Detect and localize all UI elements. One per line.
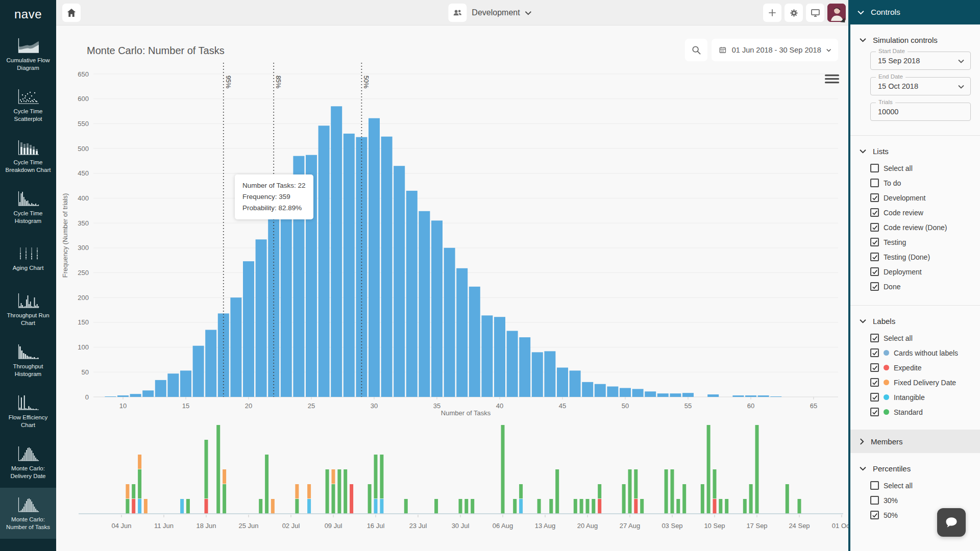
chart-menu-icon[interactable] (825, 82, 839, 83)
checkbox[interactable] (870, 393, 879, 402)
checkbox-row-standard[interactable]: Standard (870, 408, 980, 416)
sidebar-item-cycle-time-histogram[interactable]: Cycle Time Histogram (0, 182, 56, 233)
checkbox[interactable] (870, 179, 879, 187)
controls-panel-header[interactable]: Controls (848, 0, 980, 24)
sidebar-item-flow-efficiency-chart[interactable]: Flow Efficiency Chart (0, 386, 56, 437)
svg-text:50: 50 (622, 402, 629, 410)
calendar-icon (719, 44, 727, 56)
checkbox[interactable] (870, 164, 879, 172)
section-simulation-controls[interactable]: Simulation controls (850, 36, 980, 44)
chart-menu-icon[interactable] (825, 74, 839, 76)
section-labels[interactable]: Labels (850, 317, 980, 325)
checkbox-label: Code review (Done) (884, 223, 947, 232)
settings-button[interactable] (785, 4, 803, 22)
checkbox-row-expedite[interactable]: Expedite (870, 363, 980, 372)
check-icon (872, 409, 878, 415)
section-title: Simulation controls (873, 36, 938, 44)
checkbox-row-select-all[interactable]: Select all (870, 164, 980, 172)
checkbox[interactable] (870, 348, 879, 357)
label-color-dot (884, 365, 889, 370)
section-title: Lists (873, 147, 889, 156)
sidebar-item-cycle-time-scatterplot[interactable]: Cycle Time Scatterplot (0, 80, 56, 131)
svg-text:30 Jul: 30 Jul (452, 522, 470, 530)
checkbox[interactable] (870, 481, 879, 490)
svg-text:02 Jul: 02 Jul (282, 522, 300, 530)
checkbox[interactable] (870, 193, 879, 202)
check-icon (872, 394, 878, 400)
checkbox[interactable] (870, 253, 879, 261)
svg-text:150: 150 (78, 318, 89, 326)
sidebar-item-aging-chart[interactable]: Aging Chart (0, 233, 56, 284)
checkbox-row-done[interactable]: Done (870, 282, 980, 291)
check-icon (872, 284, 878, 290)
checkbox-row-to-do[interactable]: To do (870, 179, 980, 187)
sidebar-item-cumulative-flow-diagram[interactable]: Cumulative Flow Diagram (0, 29, 56, 80)
field-value: 15 Sep 2018 (878, 57, 920, 65)
checkbox[interactable] (870, 208, 879, 217)
home-button[interactable] (62, 4, 81, 22)
checkbox-row-development[interactable]: Development (870, 193, 980, 202)
nave-logo: nave (0, 0, 56, 29)
checkbox[interactable] (870, 282, 879, 291)
chat-button[interactable] (937, 508, 966, 537)
svg-text:65: 65 (810, 402, 817, 410)
date-range-label: 01 Jun 2018 - 30 Sep 2018 (732, 46, 821, 54)
chart-menu-icon[interactable] (825, 78, 839, 80)
checkbox-label: Done (884, 283, 900, 291)
sidebar-item-cycle-time-breakdown-chart[interactable]: Cycle Time Breakdown Chart (0, 131, 56, 182)
sidebar-item-throughput-histogram[interactable]: Throughput Histogram (0, 335, 56, 386)
checkbox-row-fixed-delivery-date[interactable]: Fixed Delivery Date (870, 378, 980, 387)
checkbox-row-testing-done[interactable]: Testing (Done) (870, 253, 980, 261)
display-button[interactable] (806, 4, 824, 22)
checkbox[interactable] (870, 496, 879, 505)
field-label: Start Date (876, 48, 908, 54)
sidebar-item-monte-carlo-delivery-date[interactable]: Monte Carlo: Delivery Date (0, 437, 56, 488)
checkbox[interactable] (870, 334, 879, 342)
board-switcher[interactable]: Development (448, 4, 531, 22)
svg-text:35: 35 (433, 402, 440, 410)
checkbox[interactable] (870, 238, 879, 246)
checkbox-label: Testing (884, 238, 906, 246)
checkbox-row-30[interactable]: 30% (870, 496, 980, 505)
checkbox[interactable] (870, 223, 879, 232)
add-button[interactable] (763, 4, 781, 22)
search-button[interactable] (685, 39, 707, 61)
team-icon (448, 4, 467, 22)
checkbox-row-intangible[interactable]: Intangible (870, 393, 980, 402)
chart-type-sidebar: nave Cumulative Flow DiagramCycle Time S… (0, 0, 56, 551)
checkbox-row-cards-without-labels[interactable]: Cards without labels (870, 348, 980, 357)
user-avatar[interactable] (827, 4, 846, 22)
checkbox[interactable] (870, 363, 879, 372)
checkbox-row-select-all[interactable]: Select all (870, 334, 980, 342)
checkbox[interactable] (870, 408, 879, 416)
sidebar-item-monte-carlo-number-of-tasks[interactable]: Monte Carlo: Number of Tasks (0, 488, 56, 539)
sidebar-item-label: Flow Efficiency Chart (0, 414, 56, 429)
monte-carlo-histogram[interactable]: 0501001502002503003504004505005506006501… (56, 26, 848, 551)
checkbox-row-code-review[interactable]: Code review (870, 208, 980, 217)
field-trials[interactable]: Trials10000 (870, 103, 971, 121)
section-members[interactable]: Members (850, 430, 980, 453)
tooltip-tasks: Number of Tasks: 22 (242, 180, 306, 191)
checkbox-row-deployment[interactable]: Deployment (870, 267, 980, 276)
svg-text:0: 0 (85, 393, 89, 401)
checkbox[interactable] (870, 378, 879, 387)
section-lists[interactable]: Lists (850, 147, 980, 156)
checkbox-row-select-all[interactable]: Select all (870, 481, 980, 490)
checkbox[interactable] (870, 267, 879, 276)
checkbox-row-testing[interactable]: Testing (870, 238, 980, 246)
svg-text:25: 25 (308, 402, 315, 410)
svg-text:01 Oct: 01 Oct (832, 522, 848, 530)
date-range-button[interactable]: 01 Jun 2018 - 30 Sep 2018 (712, 39, 838, 61)
sidebar-item-label: Aging Chart (11, 264, 45, 272)
sidebar-item-throughput-run-chart[interactable]: Throughput Run Chart (0, 284, 56, 335)
field-start-date[interactable]: Start Date15 Sep 2018 (870, 52, 971, 70)
section-percentiles[interactable]: Percentiles (850, 464, 980, 473)
field-end-date[interactable]: End Date15 Oct 2018 (870, 77, 971, 95)
checkbox[interactable] (870, 511, 879, 519)
chevron-down-icon (958, 59, 964, 63)
svg-text:95%: 95% (225, 76, 232, 88)
sidebar-item-label: Throughput Run Chart (0, 312, 56, 327)
check-icon (872, 335, 878, 341)
checkbox-row-code-review-done[interactable]: Code review (Done) (870, 223, 980, 232)
svg-text:200: 200 (78, 294, 89, 302)
